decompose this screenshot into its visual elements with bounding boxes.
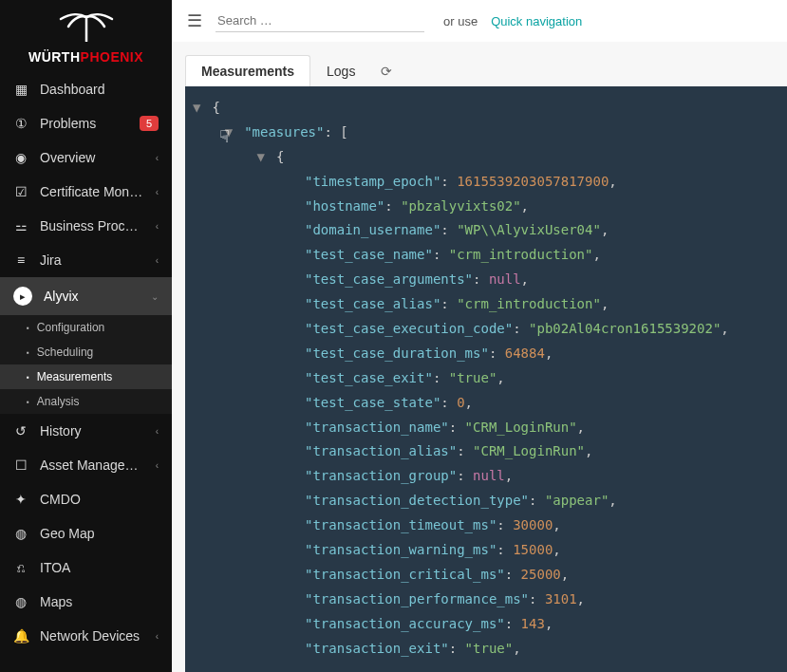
json-field-line[interactable]: "transaction_name": "CRM_LoginRun", <box>193 416 779 440</box>
json-line[interactable]: ▼ { <box>193 96 779 121</box>
main-content: ☰ or use Quick navigation Measurements L… <box>172 0 787 672</box>
subnav-configuration[interactable]: Configuration <box>0 315 172 340</box>
dashboard-icon: ▦ <box>13 82 28 97</box>
caret-down-icon[interactable]: ▼ <box>225 121 236 145</box>
check-icon: ☑ <box>13 184 28 199</box>
search-input[interactable] <box>215 9 424 32</box>
json-field-line[interactable]: "transaction_critical_ms": 25000, <box>193 563 779 588</box>
globe-icon: ◍ <box>13 526 28 541</box>
sidebar: WÜRTHPHOENIX ▦Dashboard ①Problems5 ◉Over… <box>0 0 172 672</box>
json-field-line[interactable]: "test_case_name": "crm_introduction", <box>193 243 779 268</box>
sidebar-item-geomap[interactable]: ◍Geo Map <box>0 516 172 551</box>
json-field-line[interactable]: "test_case_state": 0, <box>193 391 779 416</box>
json-line[interactable]: ▼ { <box>193 145 779 170</box>
problems-badge: 5 <box>140 116 159 131</box>
sidebar-item-cmdo[interactable]: ✦CMDO <box>0 482 172 516</box>
caret-down-icon[interactable]: ▼ <box>193 96 204 121</box>
sidebar-item-certmon[interactable]: ☑Certificate Monito…‹ <box>0 175 172 209</box>
alyvix-subnav: Configuration Scheduling Measurements An… <box>0 315 172 414</box>
chevron-left-icon: ‹ <box>156 255 159 266</box>
sidebar-item-bizproc[interactable]: ⚍Business Process…‹ <box>0 209 172 243</box>
sidebar-item-maps[interactable]: ◍Maps <box>0 585 172 619</box>
chevron-left-icon: ‹ <box>156 221 159 232</box>
brand-logo: WÜRTHPHOENIX <box>0 0 172 72</box>
chevron-left-icon: ‹ <box>156 426 159 437</box>
sidebar-item-netdev[interactable]: 🔔Network Devices‹ <box>0 619 172 653</box>
tab-measurements[interactable]: Measurements <box>185 55 310 86</box>
menu-toggle-icon[interactable]: ☰ <box>187 10 202 31</box>
json-field-line[interactable]: "transaction_alias": "CRM_LoginRun", <box>193 439 779 464</box>
list-icon: ≡ <box>13 252 28 268</box>
main-nav-lower: ↺History‹ ☐Asset Management‹ ✦CMDO ◍Geo … <box>0 414 172 653</box>
sidebar-item-overview[interactable]: ◉Overview‹ <box>0 140 172 175</box>
alert-icon: ① <box>13 116 28 131</box>
camera-icon: ◉ <box>13 150 28 165</box>
json-viewer[interactable]: ☟ ▼ { ▼ "measures": [ ▼ { "timestamp_epo… <box>185 86 787 672</box>
laptop-icon: ☐ <box>13 457 28 473</box>
json-field-line[interactable]: "timestamp_epoch": 1615539203057817900, <box>193 170 779 195</box>
chart-icon: ⎌ <box>13 560 28 575</box>
refresh-icon[interactable]: ⟳ <box>381 64 392 79</box>
json-field-line[interactable]: "hostname": "pbzalyvixts02", <box>193 195 779 219</box>
json-field-line[interactable]: "transaction_timeout_ms": 30000, <box>193 513 779 538</box>
json-field-line[interactable]: "test_case_alias": "crm_introduction", <box>193 292 779 317</box>
json-line[interactable]: ▼ "measures": [ <box>193 121 779 145</box>
or-use-label: or use <box>443 14 478 28</box>
chevron-left-icon: ‹ <box>156 460 159 471</box>
json-field-line[interactable]: "test_case_duration_ms": 64884, <box>193 342 779 366</box>
json-field-line[interactable]: "test_case_arguments": null, <box>193 268 779 292</box>
json-field-line[interactable]: "transaction_group": null, <box>193 464 779 489</box>
json-field-line[interactable]: "domain_username": "WP\\AlyvixUser04", <box>193 218 779 243</box>
history-icon: ↺ <box>13 423 28 439</box>
subnav-analysis[interactable]: Analysis <box>0 389 172 414</box>
sidebar-item-dashboard[interactable]: ▦Dashboard <box>0 72 172 106</box>
json-field-line[interactable]: "transaction_exit": "true", <box>193 637 779 662</box>
globe-icon: ◍ <box>13 594 28 609</box>
chevron-down-icon: ⌄ <box>151 291 159 302</box>
json-field-line[interactable]: "transaction_performance_ms": 3101, <box>193 588 779 612</box>
sidebar-item-problems[interactable]: ①Problems5 <box>0 106 172 140</box>
chevron-left-icon: ‹ <box>156 631 159 642</box>
chevron-left-icon: ‹ <box>156 187 159 197</box>
topbar: ☰ or use Quick navigation <box>172 0 787 42</box>
subnav-scheduling[interactable]: Scheduling <box>0 340 172 364</box>
json-field-line[interactable]: "test_case_execution_code": "pb02Al04cro… <box>193 317 779 342</box>
subnav-measurements[interactable]: Measurements <box>0 364 172 389</box>
wrench-icon: ✦ <box>13 492 28 507</box>
sidebar-item-asset[interactable]: ☐Asset Management‹ <box>0 448 172 482</box>
tab-bar: Measurements Logs ⟳ <box>172 42 787 86</box>
users-icon: ⚍ <box>13 218 28 233</box>
json-field-line[interactable]: "test_case_exit": "true", <box>193 366 779 391</box>
json-field-line[interactable]: "transaction_warning_ms": 15000, <box>193 538 779 563</box>
quick-navigation-link[interactable]: Quick navigation <box>491 14 582 28</box>
sidebar-item-alyvix[interactable]: ▸Alyvix⌄ <box>0 277 172 315</box>
caret-down-icon[interactable]: ▼ <box>256 145 268 170</box>
sidebar-item-itoa[interactable]: ⎌ITOA <box>0 551 172 585</box>
palm-icon <box>13 9 159 46</box>
sidebar-item-history[interactable]: ↺History‹ <box>0 414 172 448</box>
main-nav: ▦Dashboard ①Problems5 ◉Overview‹ ☑Certif… <box>0 72 172 315</box>
alyvix-icon: ▸ <box>13 287 32 306</box>
sidebar-item-jira[interactable]: ≡Jira‹ <box>0 243 172 277</box>
chevron-left-icon: ‹ <box>156 153 159 163</box>
tab-logs[interactable]: Logs <box>310 55 371 86</box>
json-field-line[interactable]: "transaction_detection_type": "appear", <box>193 489 779 513</box>
brand-text: WÜRTHPHOENIX <box>13 49 159 65</box>
bell-icon: 🔔 <box>13 628 28 644</box>
json-field-line[interactable]: "transaction_accuracy_ms": 143, <box>193 612 779 637</box>
